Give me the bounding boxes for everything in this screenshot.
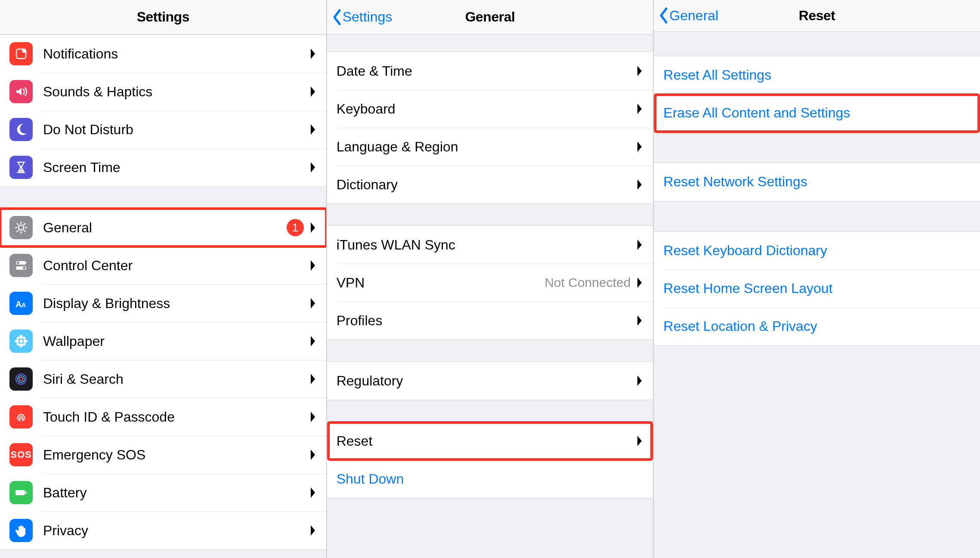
hourglass-icon: [9, 156, 33, 179]
settings-group: Date & TimeKeyboardLanguage & RegionDict…: [327, 52, 653, 204]
settings-group: Reset All SettingsErase All Content and …: [654, 56, 980, 133]
langregion-row[interactable]: Language & Region: [327, 128, 653, 166]
sos-label: Emergency SOS: [43, 447, 309, 463]
group-separator: [327, 340, 653, 361]
resetnetwork-label: Reset Network Settings: [663, 174, 971, 190]
chevron-right-icon: [309, 524, 317, 537]
group-separator: [327, 34, 653, 52]
flower-icon: [9, 330, 33, 353]
sos-icon: SOS: [9, 443, 33, 466]
notifications-icon: [9, 42, 33, 65]
vpn-value: Not Connected: [544, 275, 631, 290]
profiles-label: Profiles: [337, 313, 636, 329]
chevron-right-icon: [636, 314, 643, 327]
reset-row[interactable]: Reset: [327, 422, 653, 460]
reset-label: Reset: [337, 433, 636, 449]
group-separator: [654, 32, 980, 56]
notifications-row[interactable]: Notifications: [0, 35, 326, 73]
group-separator: [654, 133, 980, 163]
battery-row[interactable]: Battery: [0, 474, 326, 512]
general-pane: Settings General Date & TimeKeyboardLang…: [327, 0, 654, 558]
privacy-row[interactable]: Privacy: [0, 512, 326, 549]
shutdown-label: Shut Down: [337, 471, 644, 487]
keyboard-label: Keyboard: [337, 101, 636, 117]
back-to-general[interactable]: General: [659, 0, 718, 31]
switches-icon: [9, 254, 33, 277]
dnd-label: Do Not Disturb: [43, 122, 309, 138]
vpn-row[interactable]: VPNNot Connected: [327, 264, 653, 302]
sounds-row[interactable]: Sounds & Haptics: [0, 73, 326, 111]
dictionary-label: Dictionary: [337, 177, 636, 193]
gear-icon: [9, 216, 33, 239]
settings-group: ResetShut Down: [327, 422, 653, 498]
reset-navbar: General Reset: [654, 0, 980, 32]
resethome-row[interactable]: Reset Home Screen Layout: [654, 270, 980, 308]
general-badge: 1: [287, 219, 304, 236]
controlcenter-row[interactable]: Control Center: [0, 247, 326, 284]
settings-group: Reset Network Settings: [654, 163, 980, 201]
wallpaper-label: Wallpaper: [43, 333, 309, 349]
shutdown-row[interactable]: Shut Down: [327, 460, 653, 498]
chevron-right-icon: [309, 410, 317, 423]
general-row[interactable]: General1: [0, 209, 326, 247]
back-to-settings[interactable]: Settings: [332, 0, 393, 34]
dnd-row[interactable]: Do Not Disturb: [0, 111, 326, 148]
itunessync-row[interactable]: iTunes WLAN Sync: [327, 226, 653, 264]
privacy-label: Privacy: [43, 523, 309, 539]
langregion-label: Language & Region: [337, 139, 636, 155]
reset-pane: General Reset Reset All SettingsErase Al…: [654, 0, 980, 558]
sounds-label: Sounds & Haptics: [43, 84, 309, 100]
chevron-right-icon: [309, 448, 317, 461]
chevron-right-icon: [636, 102, 643, 115]
general-label: General: [43, 220, 287, 236]
chevron-right-icon: [309, 123, 317, 136]
resetall-label: Reset All Settings: [663, 67, 971, 83]
profiles-row[interactable]: Profiles: [327, 302, 653, 339]
resetall-row[interactable]: Reset All Settings: [654, 56, 980, 94]
sos-row[interactable]: SOSEmergency SOS: [0, 436, 326, 474]
screentime-row[interactable]: Screen Time: [0, 148, 326, 186]
keyboard-row[interactable]: Keyboard: [327, 90, 653, 128]
chevron-right-icon: [309, 297, 317, 310]
datetime-row[interactable]: Date & Time: [327, 52, 653, 90]
empty-space: [654, 346, 980, 558]
battery-icon: [9, 481, 33, 504]
chevron-right-icon: [636, 435, 643, 447]
siri-row[interactable]: Siri & Search: [0, 360, 326, 398]
wallpaper-row[interactable]: Wallpaper: [0, 322, 326, 360]
chevron-right-icon: [636, 374, 643, 387]
chevron-right-icon: [636, 140, 643, 153]
back-label: General: [669, 8, 718, 24]
resetlocation-label: Reset Location & Privacy: [663, 318, 971, 334]
touchid-row[interactable]: Touch ID & Passcode: [0, 398, 326, 436]
general-title: General: [465, 9, 515, 25]
group-separator: [327, 400, 653, 422]
display-row[interactable]: Display & Brightness: [0, 284, 326, 322]
resethome-label: Reset Home Screen Layout: [663, 281, 971, 296]
eraseall-row[interactable]: Erase All Content and Settings: [654, 94, 980, 132]
chevron-right-icon: [309, 335, 317, 348]
settings-group: Regulatory: [327, 361, 653, 400]
reset-title: Reset: [799, 8, 835, 24]
dictionary-row[interactable]: Dictionary: [327, 166, 653, 203]
group-separator: [654, 201, 980, 231]
fingerprint-icon: [9, 405, 33, 429]
battery-label: Battery: [43, 485, 309, 501]
moon-icon: [9, 118, 33, 141]
resetnetwork-row[interactable]: Reset Network Settings: [654, 163, 980, 201]
resetkeyboard-label: Reset Keyboard Dictionary: [663, 243, 971, 259]
eraseall-label: Erase All Content and Settings: [663, 105, 971, 121]
display-label: Display & Brightness: [43, 296, 309, 311]
chevron-left-icon: [332, 9, 342, 25]
settings-group: iTunes WLAN SyncVPNNot ConnectedProfiles: [327, 225, 653, 340]
regulatory-row[interactable]: Regulatory: [327, 362, 653, 400]
itunessync-label: iTunes WLAN Sync: [337, 237, 636, 253]
hand-icon: [9, 519, 33, 542]
settings-navbar: Settings: [0, 0, 326, 34]
chevron-right-icon: [309, 85, 317, 98]
back-label: Settings: [343, 9, 393, 25]
resetlocation-row[interactable]: Reset Location & Privacy: [654, 308, 980, 345]
settings-group: Reset Keyboard DictionaryReset Home Scre…: [654, 231, 980, 346]
chevron-right-icon: [309, 259, 317, 272]
resetkeyboard-row[interactable]: Reset Keyboard Dictionary: [654, 232, 980, 270]
